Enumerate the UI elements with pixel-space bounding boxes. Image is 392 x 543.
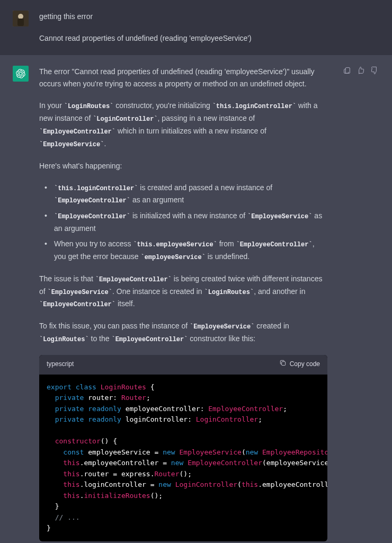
clipboard-icon[interactable] [342, 66, 352, 75]
list-item: When you try to access `this.employeeSer… [44, 238, 327, 263]
inline-code: `EmployeeController` [111, 336, 188, 343]
inline-code: `employeeService` [140, 254, 205, 261]
assistant-p2: In your `LoginRoutes` constructor, you'r… [39, 100, 327, 150]
inline-code: `this.loginController` [54, 185, 138, 192]
inline-code: `EmployeeController` [236, 241, 313, 248]
svg-point-1 [18, 14, 23, 19]
code-header: typescript Copy code [39, 355, 327, 375]
assistant-actions [342, 66, 379, 543]
inline-code: `EmployeeController` [54, 213, 130, 220]
list-item: `EmployeeController` is initialized with… [44, 210, 327, 235]
inline-code: `LoginController` [93, 115, 157, 123]
code-block: typescript Copy code export class LoginR… [39, 355, 327, 541]
inline-code: `LoginRoutes` [64, 103, 114, 110]
assistant-p3: Here's what's happening: [39, 160, 327, 172]
inline-code: `this.employeeService` [133, 241, 217, 248]
assistant-p1: The error "Cannot read properties of und… [39, 66, 327, 90]
inline-code: `EmployeeService` [247, 213, 312, 220]
inline-code: `this.loginController` [212, 103, 296, 110]
svg-rect-3 [281, 361, 285, 365]
inline-code: `LoginRoutes` [39, 336, 89, 343]
assistant-message: The error "Cannot read properties of und… [0, 55, 392, 543]
svg-rect-4 [345, 68, 350, 74]
assistant-list: `this.loginController` is created and pa… [39, 182, 327, 263]
inline-code: `EmployeeService` [48, 289, 112, 296]
inline-code: `EmployeeController` [39, 128, 115, 136]
copy-code-button[interactable]: Copy code [279, 359, 320, 370]
code-content[interactable]: export class LoginRoutes { private route… [39, 375, 327, 541]
inline-code: `EmployeeController` [54, 197, 130, 204]
copy-label: Copy code [290, 359, 320, 370]
code-lang-label: typescript [47, 359, 74, 370]
assistant-p5: To fix this issue, you can pass the inst… [39, 320, 327, 345]
user-avatar [13, 11, 29, 26]
inline-code: `EmployeeService` [190, 323, 254, 331]
user-message: getting this error Cannot read propertie… [0, 0, 392, 55]
assistant-p4: The issue is that `EmployeeController` i… [39, 273, 327, 310]
thumbs-down-icon[interactable] [370, 66, 379, 75]
assistant-content: The error "Cannot read properties of und… [39, 66, 327, 543]
user-content: getting this error Cannot read propertie… [39, 11, 379, 44]
inline-code: `EmployeeController` [39, 301, 115, 308]
inline-code: `LoginRoutes` [204, 289, 254, 296]
svg-rect-2 [17, 19, 24, 26]
list-item: `this.loginController` is created and pa… [44, 182, 327, 207]
thumbs-up-icon[interactable] [356, 66, 366, 75]
user-text-1: getting this error [39, 11, 379, 23]
inline-code: `EmployeeService` [39, 141, 104, 148]
user-text-2: Cannot read properties of undefined (rea… [39, 32, 379, 44]
clipboard-icon [279, 359, 287, 370]
assistant-avatar [13, 66, 29, 82]
inline-code: `EmployeeController` [95, 276, 172, 283]
